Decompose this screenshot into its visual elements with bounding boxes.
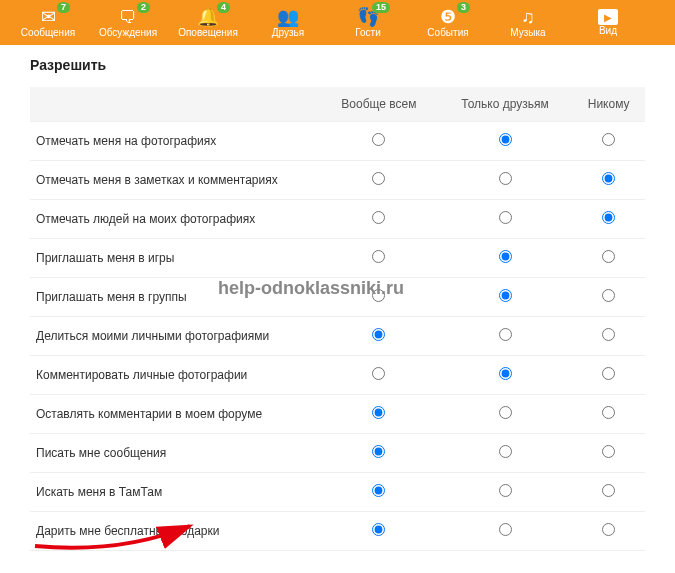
row-label: Делиться моими личными фотографиями bbox=[30, 317, 320, 356]
permission-radio[interactable] bbox=[372, 367, 385, 380]
permissions-table: Вообще всем Только друзьям Никому Отмеча… bbox=[30, 87, 645, 551]
col-everyone: Вообще всем bbox=[320, 87, 438, 122]
permission-radio[interactable] bbox=[499, 328, 512, 341]
top-nav: ✉ 7 Сообщения 🗨 2 Обсуждения 🔔 4 Оповеще… bbox=[0, 0, 675, 45]
table-row: Приглашать меня в группы bbox=[30, 278, 645, 317]
radio-cell bbox=[572, 317, 645, 356]
nav-label: Музыка bbox=[510, 27, 545, 38]
permission-radio[interactable] bbox=[602, 289, 615, 302]
permission-radio[interactable] bbox=[372, 328, 385, 341]
nav-discussions[interactable]: 🗨 2 Обсуждения bbox=[88, 0, 168, 45]
radio-cell bbox=[320, 434, 438, 473]
row-label: Приглашать меня в группы bbox=[30, 278, 320, 317]
nav-messages[interactable]: ✉ 7 Сообщения bbox=[8, 0, 88, 45]
col-friends: Только друзьям bbox=[438, 87, 572, 122]
nav-label: Друзья bbox=[272, 27, 304, 38]
table-row: Искать меня в ТамТам bbox=[30, 473, 645, 512]
row-label: Комментировать личные фотографии bbox=[30, 356, 320, 395]
radio-cell bbox=[438, 512, 572, 551]
permission-radio[interactable] bbox=[372, 484, 385, 497]
row-label: Искать меня в ТамТам bbox=[30, 473, 320, 512]
permission-radio[interactable] bbox=[602, 523, 615, 536]
permission-radio[interactable] bbox=[372, 133, 385, 146]
permission-radio[interactable] bbox=[602, 328, 615, 341]
table-row: Дарить мне бесплатные подарки bbox=[30, 512, 645, 551]
permission-radio[interactable] bbox=[499, 133, 512, 146]
table-row: Отмечать меня в заметках и комментариях bbox=[30, 161, 645, 200]
radio-cell bbox=[438, 434, 572, 473]
permission-radio[interactable] bbox=[499, 250, 512, 263]
radio-cell bbox=[320, 278, 438, 317]
table-row: Отмечать меня на фотографиях bbox=[30, 122, 645, 161]
permission-radio[interactable] bbox=[372, 172, 385, 185]
col-label bbox=[30, 87, 320, 122]
nav-guests[interactable]: 👣 15 Гости bbox=[328, 0, 408, 45]
permission-radio[interactable] bbox=[499, 406, 512, 419]
nav-music[interactable]: ♫ Музыка bbox=[488, 0, 568, 45]
permission-radio[interactable] bbox=[499, 211, 512, 224]
permission-radio[interactable] bbox=[372, 445, 385, 458]
radio-cell bbox=[572, 434, 645, 473]
radio-cell bbox=[572, 278, 645, 317]
nav-video[interactable]: ▶ Вид bbox=[568, 0, 648, 45]
nav-notifications[interactable]: 🔔 4 Оповещения bbox=[168, 0, 248, 45]
chat-icon: 🗨 bbox=[119, 8, 137, 26]
permission-radio[interactable] bbox=[602, 172, 615, 185]
row-label: Отмечать меня на фотографиях bbox=[30, 122, 320, 161]
radio-cell bbox=[572, 356, 645, 395]
permission-radio[interactable] bbox=[602, 484, 615, 497]
table-row: Писать мне сообщения bbox=[30, 434, 645, 473]
row-label: Отмечать меня в заметках и комментариях bbox=[30, 161, 320, 200]
permission-radio[interactable] bbox=[499, 484, 512, 497]
radio-cell bbox=[438, 200, 572, 239]
section-title: Разрешить bbox=[30, 57, 645, 73]
row-label: Оставлять комментарии в моем форуме bbox=[30, 395, 320, 434]
permission-radio[interactable] bbox=[499, 172, 512, 185]
nav-label: Вид bbox=[599, 25, 617, 36]
radio-cell bbox=[320, 473, 438, 512]
permission-radio[interactable] bbox=[372, 523, 385, 536]
radio-cell bbox=[438, 239, 572, 278]
radio-cell bbox=[572, 239, 645, 278]
radio-cell bbox=[320, 356, 438, 395]
permission-radio[interactable] bbox=[499, 445, 512, 458]
nav-label: События bbox=[427, 27, 468, 38]
table-row: Делиться моими личными фотографиями bbox=[30, 317, 645, 356]
friends-icon: 👥 bbox=[277, 8, 299, 26]
col-noone: Никому bbox=[572, 87, 645, 122]
permission-radio[interactable] bbox=[372, 406, 385, 419]
bell-icon: 🔔 bbox=[197, 8, 219, 26]
actions-bar: Сохранить Сбросить настройки bbox=[200, 557, 645, 573]
music-icon: ♫ bbox=[521, 8, 535, 26]
permission-radio[interactable] bbox=[372, 250, 385, 263]
permission-radio[interactable] bbox=[602, 367, 615, 380]
radio-cell bbox=[438, 317, 572, 356]
radio-cell bbox=[320, 317, 438, 356]
permission-radio[interactable] bbox=[602, 133, 615, 146]
radio-cell bbox=[320, 200, 438, 239]
table-row: Комментировать личные фотографии bbox=[30, 356, 645, 395]
permission-radio[interactable] bbox=[602, 406, 615, 419]
radio-cell bbox=[438, 473, 572, 512]
radio-cell bbox=[320, 239, 438, 278]
radio-cell bbox=[320, 122, 438, 161]
permission-radio[interactable] bbox=[372, 211, 385, 224]
permission-radio[interactable] bbox=[372, 289, 385, 302]
permission-radio[interactable] bbox=[602, 211, 615, 224]
permission-radio[interactable] bbox=[499, 289, 512, 302]
radio-cell bbox=[438, 395, 572, 434]
row-label: Отмечать людей на моих фотографиях bbox=[30, 200, 320, 239]
permission-radio[interactable] bbox=[499, 367, 512, 380]
radio-cell bbox=[320, 512, 438, 551]
permission-radio[interactable] bbox=[602, 250, 615, 263]
permission-radio[interactable] bbox=[499, 523, 512, 536]
radio-cell bbox=[438, 278, 572, 317]
radio-cell bbox=[572, 161, 645, 200]
radio-cell bbox=[572, 122, 645, 161]
nav-events[interactable]: ❺ 3 События bbox=[408, 0, 488, 45]
radio-cell bbox=[572, 200, 645, 239]
radio-cell bbox=[320, 161, 438, 200]
nav-friends[interactable]: 👥 Друзья bbox=[248, 0, 328, 45]
radio-cell bbox=[572, 512, 645, 551]
permission-radio[interactable] bbox=[602, 445, 615, 458]
